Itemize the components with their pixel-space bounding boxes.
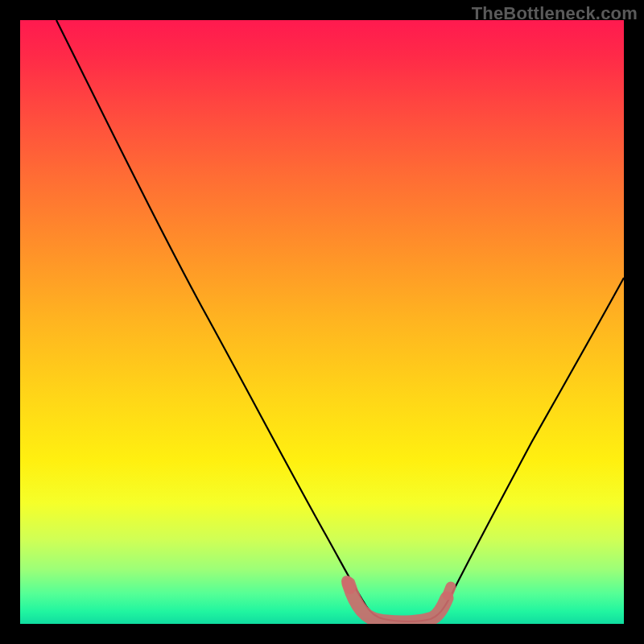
watermark-text: TheBottleneck.com xyxy=(472,3,638,24)
chart-frame: TheBottleneck.com xyxy=(0,0,644,644)
highlight-band xyxy=(349,584,447,622)
highlight-dots-left xyxy=(347,581,350,588)
plot-area xyxy=(20,20,624,624)
highlight-dots-right xyxy=(448,587,451,595)
curve-layer xyxy=(20,20,624,624)
bottleneck-curve xyxy=(56,20,624,621)
